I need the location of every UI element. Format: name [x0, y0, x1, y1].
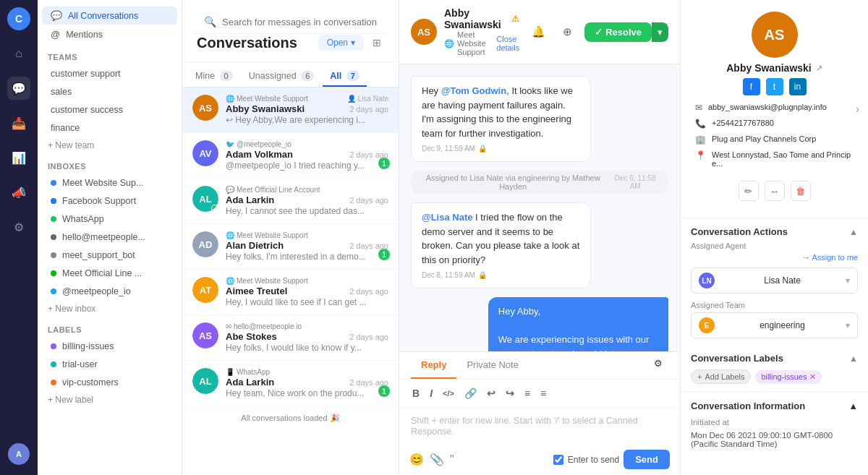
- facebook-social-icon[interactable]: f: [743, 78, 760, 95]
- sidebar-item-twitter[interactable]: @meetpeople_io: [42, 283, 177, 300]
- conversation-item[interactable]: AS ✉ hello@meetpeople.io Abe Stokes 2 da…: [182, 315, 399, 361]
- tab-mine[interactable]: Mine 0: [188, 67, 240, 87]
- sidebar-item-trial[interactable]: trial-user: [42, 356, 177, 373]
- sidebar-item-meet-website[interactable]: Meet Website Sup...: [42, 174, 177, 192]
- enter-to-send-checkbox[interactable]: [553, 455, 563, 465]
- conversation-item[interactable]: AT 🌐 Meet Website Support Aimee Treutel …: [182, 270, 399, 315]
- labels-container: + Add Labels billing-issues ✕: [691, 369, 858, 384]
- reply-tabs: Reply Private Note ⚙: [399, 352, 680, 380]
- send-button[interactable]: Send: [624, 450, 670, 469]
- sidebar-item-whatsapp[interactable]: WhatsApp: [42, 210, 177, 228]
- sidebar-item-all-conversations[interactable]: 💬 All Conversations: [42, 7, 177, 25]
- remove-label-button[interactable]: ✕: [809, 372, 816, 382]
- close-details-link[interactable]: Close details: [496, 35, 519, 52]
- tab-reply[interactable]: Reply: [411, 352, 456, 379]
- delete-contact-button[interactable]: 🗑: [791, 181, 811, 201]
- conversation-item[interactable]: AL 💬 Meet Official Line Account Ada Lark…: [182, 179, 399, 224]
- agent-avatar: LN: [699, 273, 715, 288]
- conversation-labels-header[interactable]: Conversation Labels ▲: [691, 350, 858, 369]
- code-button[interactable]: </>: [440, 387, 457, 400]
- undo-button[interactable]: ↩: [484, 385, 498, 401]
- conversation-info-header[interactable]: Conversation Information ▲: [691, 396, 858, 416]
- inbox-label: Meet Official Line ...: [62, 268, 142, 278]
- conversation-item[interactable]: AS 🌐 Meet Website Support 👤 Lisa Nate Ab…: [182, 87, 399, 133]
- contact-avatar: AL: [192, 186, 218, 212]
- filter-button[interactable]: ⊞: [370, 34, 384, 51]
- list-ul-button[interactable]: ≡: [522, 385, 533, 401]
- new-label-button[interactable]: + New label: [38, 392, 182, 408]
- sidebar-item-facebook[interactable]: Facebook Support: [42, 192, 177, 210]
- label-dot-billing: [51, 343, 56, 349]
- resolve-dropdown-button[interactable]: ▾: [652, 22, 668, 42]
- sidebar-item-vip[interactable]: vip-customers: [42, 374, 177, 391]
- team-label: customer success: [51, 105, 123, 115]
- sidebar-item-email[interactable]: hello@meetpeople...: [42, 228, 177, 246]
- assign-to-me-row: → Assign to me: [691, 253, 858, 262]
- inbox-icon[interactable]: 📥: [7, 111, 30, 134]
- sidebar-item-bot[interactable]: meet_support_bot: [42, 247, 177, 264]
- new-team-button[interactable]: + New team: [38, 137, 182, 153]
- chevron-up-icon: ▲: [848, 401, 858, 411]
- twitter-social-icon[interactable]: t: [766, 78, 783, 95]
- expand-arrow-icon[interactable]: ›: [856, 103, 859, 116]
- conv-name-row: Abby Swaniawski 2 days ago: [226, 103, 388, 114]
- home-icon[interactable]: ⌂: [7, 42, 30, 65]
- emoji-button[interactable]: 😊: [409, 453, 424, 466]
- chat-header-actions: 🔔 ⊕ ✓ Resolve ▾: [527, 20, 668, 43]
- mute-button[interactable]: 🔔: [527, 20, 550, 43]
- sidebar-item-customer-support[interactable]: customer support: [42, 65, 177, 82]
- conversation-item[interactable]: AV 🐦 @meetpeople_io Adam Volkman 2 days …: [182, 133, 399, 179]
- sidebar-item-line[interactable]: Meet Official Line ...: [42, 265, 177, 282]
- agent-select[interactable]: LN Lisa Nate ▾: [691, 268, 858, 294]
- conversation-actions-content: Assigned Agent → Assign to me LN Lisa Na…: [681, 241, 868, 346]
- label-text: billing-issues: [62, 341, 114, 351]
- conversation-item[interactable]: AD 🌐 Meet Website Support Alan Dietrich …: [182, 224, 399, 270]
- search-input[interactable]: [222, 17, 377, 27]
- attachment-settings-icon[interactable]: ⚙: [648, 352, 668, 379]
- email-icon: ✉: [695, 103, 702, 113]
- reports-icon[interactable]: 📊: [7, 146, 30, 169]
- contact-avatar: AD: [192, 231, 218, 257]
- edit-contact-button[interactable]: ✏: [739, 181, 759, 201]
- external-link-icon[interactable]: ↗: [816, 64, 822, 73]
- sidebar-item-finance[interactable]: finance: [42, 119, 177, 137]
- tab-all[interactable]: All 7: [323, 67, 367, 87]
- link-button[interactable]: 🔗: [461, 385, 480, 401]
- sidebar-item-sales[interactable]: sales: [42, 83, 177, 100]
- assign-to-me-link[interactable]: → Assign to me: [802, 253, 858, 262]
- status-button[interactable]: Open ▾: [318, 35, 364, 51]
- new-inbox-button[interactable]: + New inbox: [38, 301, 182, 317]
- attach-button[interactable]: 📎: [430, 453, 444, 466]
- phone-row: 📞 +2544217767880: [695, 116, 854, 132]
- lock-icon: 🔒: [478, 270, 487, 281]
- conversation-actions-header[interactable]: Conversation Actions ▲: [681, 219, 868, 241]
- list-ol-button[interactable]: ≡: [537, 385, 549, 401]
- contact-avatar: AT: [192, 277, 218, 303]
- tab-private-note[interactable]: Private Note: [456, 352, 529, 379]
- right-panel: › AS Abby Swaniawski ↗ f t in ✉ abby_swa…: [680, 0, 868, 475]
- sidebar-item-billing[interactable]: billing-issues: [42, 338, 177, 355]
- conv-source: 💬 Meet Official Line Account: [226, 186, 388, 194]
- settings-icon[interactable]: ⚙: [7, 215, 30, 239]
- merge-contact-button[interactable]: ↔: [765, 181, 785, 201]
- user-avatar[interactable]: A: [8, 443, 30, 465]
- sidebar-item-customer-success[interactable]: customer success: [42, 101, 177, 119]
- linkedin-social-icon[interactable]: in: [789, 78, 807, 95]
- quote-button[interactable]: ": [450, 453, 454, 466]
- inbox-dot-fb: [51, 198, 56, 204]
- conversation-item[interactable]: AL 📱 WhatsApp Ada Larkin 2 days ago Hey …: [182, 361, 399, 406]
- italic-button[interactable]: I: [427, 385, 435, 401]
- bold-button[interactable]: B: [409, 385, 422, 401]
- campaigns-icon[interactable]: 📣: [7, 181, 30, 204]
- profile-info: ✉ abby_swaniawski@plugnplay.info 📞 +2544…: [692, 100, 856, 171]
- conversations-footer: All conversations loaded 🎉: [182, 406, 399, 430]
- team-select[interactable]: E engineering ▾: [691, 312, 858, 338]
- sidebar-item-mentions[interactable]: @ Mentions: [42, 25, 177, 43]
- app-logo[interactable]: C: [7, 7, 30, 30]
- conversations-icon[interactable]: 💬: [7, 77, 30, 100]
- tab-unassigned[interactable]: Unassigned 6: [242, 67, 322, 87]
- add-labels-button[interactable]: + Add Labels: [691, 369, 751, 384]
- search-button[interactable]: ⊕: [556, 20, 579, 43]
- redo-button[interactable]: ↪: [503, 385, 517, 401]
- resolve-button[interactable]: ✓ Resolve: [584, 22, 652, 42]
